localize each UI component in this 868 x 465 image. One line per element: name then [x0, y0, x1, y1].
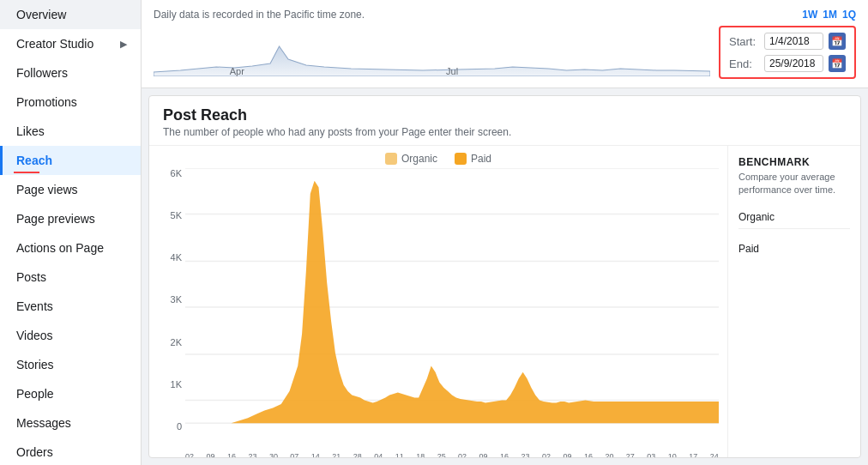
x-label-jul: Jul — [446, 66, 458, 76]
sidebar-item-actions-on-page[interactable]: Actions on Page — [0, 233, 141, 263]
sidebar-item-followers[interactable]: Followers — [0, 58, 141, 88]
sidebar-item-page-views[interactable]: Page views — [0, 175, 141, 204]
sidebar-item-page-previews[interactable]: Page previews — [0, 204, 141, 233]
benchmark-panel: BENCHMARK Compare your average performan… — [727, 146, 860, 457]
benchmark-title: BENCHMARK — [738, 156, 850, 168]
start-date-row: Start: 1/4/2018 📅 — [729, 33, 846, 50]
chart-area: Organic Paid 6K 5K 4K 3K 2K 1K — [149, 146, 860, 457]
date-range-box: Start: 1/4/2018 📅 End: 25/9/2018 📅 — [719, 26, 856, 79]
expand-icon: ▶ — [120, 39, 127, 50]
1w-button[interactable]: 1W — [802, 9, 817, 21]
sidebar: Overview Creator Studio ▶ Followers Prom… — [0, 0, 142, 465]
1m-button[interactable]: 1M — [823, 9, 837, 21]
paid-dot — [455, 153, 467, 165]
sidebar-item-messages[interactable]: Messages — [0, 408, 141, 438]
benchmark-option-paid[interactable]: Paid — [738, 238, 850, 260]
end-calendar-icon[interactable]: 📅 — [829, 55, 846, 72]
top-chart-info: Daily data is recorded in the Pacific ti… — [154, 9, 856, 21]
main-content: Daily data is recorded in the Pacific ti… — [142, 0, 868, 465]
post-reach-section: Post Reach The number of people who had … — [148, 95, 861, 458]
chart-svg-area: 0209162330 07142128 04111825 02091623 02… — [185, 168, 719, 449]
sidebar-item-posts[interactable]: Posts — [0, 263, 141, 292]
chart-body: 6K 5K 4K 3K 2K 1K 0 — [158, 168, 719, 449]
end-label: End: — [729, 57, 759, 70]
mini-chart: Apr Jul — [154, 29, 710, 76]
sidebar-item-promotions[interactable]: Promotions — [0, 88, 141, 117]
y-axis: 6K 5K 4K 3K 2K 1K 0 — [158, 168, 185, 449]
sidebar-item-likes[interactable]: Likes — [0, 117, 141, 146]
benchmark-description: Compare your average performance over ti… — [738, 171, 850, 197]
sidebar-item-events[interactable]: Events — [0, 292, 141, 321]
sidebar-item-reach[interactable]: Reach — [0, 146, 141, 175]
x-label-apr: Apr — [230, 66, 244, 76]
start-calendar-icon[interactable]: 📅 — [829, 33, 846, 50]
start-date-value: 1/4/2018 — [764, 33, 823, 50]
post-reach-title: Post Reach — [163, 106, 847, 124]
chart-legend: Organic Paid — [158, 153, 719, 165]
legend-paid: Paid — [455, 153, 491, 165]
start-label: Start: — [729, 35, 759, 48]
end-date-value: 25/9/2018 — [764, 55, 823, 72]
legend-organic: Organic — [385, 153, 437, 165]
post-reach-description: The number of people who had any posts f… — [163, 126, 847, 138]
organic-dot — [385, 153, 397, 165]
benchmark-option-organic[interactable]: Organic — [738, 206, 850, 229]
reach-underline — [14, 172, 39, 173]
top-chart-row: Apr Jul Start: 1/4/2018 📅 End: 25/9/2018 — [154, 26, 856, 79]
sidebar-item-people[interactable]: People — [0, 379, 141, 408]
time-buttons: 1W 1M 1Q — [802, 9, 856, 21]
main-chart: Organic Paid 6K 5K 4K 3K 2K 1K — [149, 146, 727, 457]
1q-button[interactable]: 1Q — [842, 9, 856, 21]
sidebar-item-videos[interactable]: Videos — [0, 321, 141, 350]
sidebar-item-creator-studio[interactable]: Creator Studio ▶ — [0, 29, 141, 58]
pacific-time-note: Daily data is recorded in the Pacific ti… — [154, 9, 365, 21]
top-chart-area: Daily data is recorded in the Pacific ti… — [142, 0, 868, 88]
end-date-row: End: 25/9/2018 📅 — [729, 55, 846, 72]
benchmark-header: BENCHMARK Compare your average performan… — [738, 156, 850, 197]
post-reach-header: Post Reach The number of people who had … — [149, 96, 860, 146]
sidebar-item-orders[interactable]: Orders — [0, 438, 141, 465]
x-axis-dates: 0209162330 07142128 04111825 02091623 02… — [185, 452, 719, 457]
sidebar-item-overview[interactable]: Overview — [0, 0, 141, 29]
sidebar-item-stories[interactable]: Stories — [0, 350, 141, 379]
